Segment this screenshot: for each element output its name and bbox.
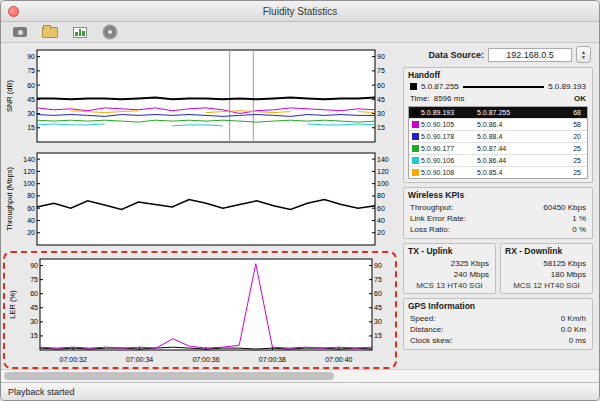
svg-text:80: 80: [377, 192, 385, 199]
table-cell: 5.0.90.106: [421, 157, 477, 164]
window-title: Fluidity Statistics: [1, 6, 599, 17]
table-cell: 5.0.86.44: [477, 157, 533, 164]
kpi-row: Throughput: 60450 Kbps: [408, 202, 588, 213]
snapshot-button[interactable]: [9, 24, 31, 40]
svg-text:15: 15: [30, 332, 38, 339]
wireless-kpis-title: Wireless KPIs: [408, 190, 588, 200]
ler-chart[interactable]: 151530304545606075759090LER (%)07:00:320…: [6, 254, 392, 366]
svg-text:60: 60: [30, 290, 38, 297]
gps-label: Clock skew:: [410, 336, 453, 345]
gps-row: Clock skew: 0 ms: [408, 335, 588, 346]
table-cell: 5.0.90.105: [421, 121, 477, 128]
kpi-value: 1 %: [572, 214, 586, 223]
gps-label: Speed:: [410, 314, 435, 323]
kpi-label: Link Error Rate:: [410, 214, 466, 223]
bar-chart-icon: [73, 27, 87, 38]
horizontal-scrollbar[interactable]: [1, 369, 599, 382]
data-source-value: 192.168.0.5: [488, 48, 572, 62]
handoff-title: Handoff: [408, 70, 588, 80]
table-row[interactable]: 5.0.90.108 5.0.85.4 25: [409, 167, 587, 178]
svg-text:07:00:40: 07:00:40: [325, 356, 352, 363]
statistics-button[interactable]: [69, 24, 91, 40]
series-color-swatch: [412, 109, 419, 116]
svg-text:07:00:36: 07:00:36: [192, 356, 219, 363]
settings-button[interactable]: [99, 24, 121, 40]
table-row[interactable]: 5.0.90.106 5.0.86.44 25: [409, 155, 587, 167]
gps-title: GPS Information: [408, 301, 588, 311]
handoff-time-row: Time: 8596 ms OK: [410, 94, 586, 103]
svg-text:30: 30: [374, 318, 382, 325]
svg-text:45: 45: [377, 96, 385, 103]
table-row[interactable]: 5.0.89.193 5.0.87.255 68: [409, 107, 587, 119]
svg-text:75: 75: [374, 276, 382, 283]
svg-text:07:00:38: 07:00:38: [259, 356, 286, 363]
table-cell: 5.0.89.193: [421, 109, 477, 116]
table-row[interactable]: 5.0.90.177 5.0.87.44 25: [409, 143, 587, 155]
tx-kbps: 2325 Kbps: [408, 258, 491, 269]
wireless-kpis-group: Wireless KPIs Throughput: 60450 Kbps Lin…: [403, 187, 593, 239]
svg-text:LER (%): LER (%): [8, 290, 17, 319]
svg-text:45: 45: [30, 304, 38, 311]
kpi-label: Throughput:: [410, 203, 453, 212]
gps-row: Speed: 0 Km/h: [408, 313, 588, 324]
handoff-time-value: 8596 ms: [434, 94, 465, 103]
txrx-row: TX - Uplink 2325 Kbps 240 Mbps MCS 13 HT…: [403, 243, 593, 294]
table-row[interactable]: 5.0.90.178 5.0.88.4 20: [409, 131, 587, 143]
gps-label: Distance:: [410, 325, 443, 334]
handoff-table: 5.0.89.193 5.0.87.255 68 5.0.90.105 5.0.…: [408, 106, 588, 179]
handoff-to: 5.0.89.193: [548, 82, 586, 91]
kpi-row: Link Error Rate: 1 %: [408, 213, 588, 224]
handoff-status: OK: [574, 94, 586, 103]
svg-text:Throughput (Mbps): Throughput (Mbps): [5, 167, 14, 231]
series-color-swatch: [412, 157, 419, 164]
handoff-link-line: [463, 86, 544, 88]
svg-text:60: 60: [377, 82, 385, 89]
svg-text:40: 40: [377, 217, 385, 224]
svg-text:120: 120: [23, 168, 35, 175]
svg-text:100: 100: [23, 180, 35, 187]
table-cell: 68: [533, 109, 587, 116]
open-file-button[interactable]: [39, 24, 61, 40]
table-cell: 5.0.86.4: [477, 121, 533, 128]
svg-text:SNR (dB): SNR (dB): [5, 79, 14, 112]
handoff-pair: 5.0.87.255 5.0.89.193: [410, 82, 586, 91]
table-cell: 5.0.85.4: [477, 169, 533, 176]
svg-text:15: 15: [374, 332, 382, 339]
fluidity-statistics-window: Fluidity Statistics 15153030454560607575…: [0, 0, 600, 401]
snr-chart[interactable]: 151530304545606075759090SNR (dB): [3, 45, 395, 147]
svg-text:60: 60: [374, 290, 382, 297]
table-row[interactable]: 5.0.90.105 5.0.86.4 58: [409, 119, 587, 131]
svg-text:90: 90: [374, 262, 382, 269]
throughput-chart[interactable]: 2020404060608080100100120120140140Throug…: [3, 148, 395, 250]
tx-uplink-group: TX - Uplink 2325 Kbps 240 Mbps MCS 13 HT…: [403, 243, 496, 294]
status-bar: Playback started: [1, 382, 599, 400]
kpi-row: Loss Ratio: 0 %: [408, 224, 588, 235]
right-panel: Data Source: 192.168.0.5 ▲▼ Handoff 5.0.…: [399, 43, 599, 369]
table-cell: 5.0.87.255: [477, 109, 533, 116]
table-cell: 5.0.88.4: [477, 133, 533, 140]
svg-text:30: 30: [30, 318, 38, 325]
gps-row: Distance: 0.0 Km: [408, 324, 588, 335]
kpi-label: Loss Ratio:: [410, 225, 450, 234]
svg-text:45: 45: [27, 96, 35, 103]
data-source-stepper[interactable]: ▲▼: [576, 46, 591, 63]
svg-text:60: 60: [27, 82, 35, 89]
gear-icon: [104, 26, 116, 38]
handoff-group: Handoff 5.0.87.255 5.0.89.193 Time: 8596…: [403, 67, 593, 183]
table-cell: 5.0.90.178: [421, 133, 477, 140]
svg-text:30: 30: [27, 110, 35, 117]
rx-mcs: MCS 12 HT40 SGI: [505, 281, 588, 290]
tx-mbps: 240 Mbps: [408, 269, 491, 280]
svg-text:45: 45: [374, 304, 382, 311]
folder-icon: [42, 27, 58, 38]
handoff-from: 5.0.87.255: [421, 82, 459, 91]
svg-text:60: 60: [377, 205, 385, 212]
table-cell: 5.0.90.177: [421, 145, 477, 152]
table-cell: 25: [533, 157, 587, 164]
scrollbar-thumb[interactable]: [4, 372, 334, 380]
snr-chart-container: 151530304545606075759090SNR (dB): [3, 45, 399, 147]
series-color-swatch: [412, 169, 419, 176]
svg-text:20: 20: [27, 229, 35, 236]
table-cell: 25: [533, 145, 587, 152]
handoff-from-marker: [410, 83, 417, 90]
